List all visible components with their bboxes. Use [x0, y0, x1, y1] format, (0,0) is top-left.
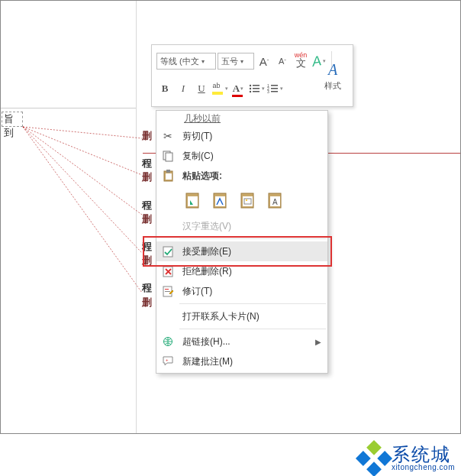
header-rule: [1, 108, 136, 108]
font-name-value: 等线 (中文: [160, 56, 199, 67]
bullets-button[interactable]: ▾: [248, 79, 265, 99]
svg-text:3: 3: [267, 89, 269, 94]
svg-rect-20: [166, 170, 170, 173]
highlight-button[interactable]: ▾: [211, 79, 228, 99]
rev-label: 程: [142, 282, 152, 293]
screenshot-frame: 旨到 删 程 删 程 删 程 删 程 删 等线 (中文: [0, 0, 461, 434]
rev-label: 程: [142, 241, 152, 252]
menu-accept-delete[interactable]: 接受删除(E): [156, 241, 327, 261]
svg-text:A: A: [272, 198, 278, 206]
paste-merge-formatting[interactable]: [208, 189, 231, 212]
watermark-logo-icon: [356, 440, 392, 476]
rev-label: 删: [142, 171, 152, 183]
menu-open-contact-card[interactable]: 打开联系人卡片(N): [156, 306, 327, 326]
watermark-url: xitongcheng.com: [392, 464, 455, 471]
font-size-combo[interactable]: 五号 ▾: [218, 53, 254, 70]
document-left-area: [1, 1, 136, 433]
rev-label: 程: [142, 157, 152, 169]
watermark: 系统城 xitongcheng.com: [361, 445, 455, 471]
menu-new-comment[interactable]: + 新建批注(M): [156, 351, 327, 371]
bullets-icon: [249, 83, 261, 94]
svg-point-9: [249, 91, 250, 92]
underline-button[interactable]: U: [193, 79, 210, 99]
font-size-value: 五号: [221, 56, 238, 67]
separator: [179, 238, 326, 239]
styles-icon: A: [328, 61, 337, 79]
svg-rect-25: [215, 196, 225, 206]
paste-keep-source[interactable]: [181, 189, 204, 212]
svg-rect-23: [188, 196, 198, 206]
svg-rect-8: [253, 88, 260, 89]
highlight-icon: [212, 83, 224, 95]
comment-icon: +: [160, 353, 176, 370]
numbering-icon: 123: [267, 83, 279, 94]
grow-font-button[interactable]: Aˆ: [256, 51, 272, 71]
menu-paste-options-header: 粘贴选项:: [156, 166, 327, 186]
paste-text-only[interactable]: A: [263, 189, 286, 212]
reject-icon: [160, 263, 176, 280]
rev-label: 删: [142, 130, 152, 141]
mini-toolbar: 等线 (中文 ▾ 五号 ▾ Aˆ Aˇ wén文 A▾ A 样式 B I U ▾…: [151, 44, 353, 107]
menu-hyperlink[interactable]: 超链接(H)... ▶: [156, 332, 327, 351]
hyperlink-icon: [160, 333, 176, 350]
svg-rect-10: [253, 91, 260, 92]
svg-point-7: [249, 88, 250, 89]
chevron-down-icon: ▾: [240, 58, 243, 65]
svg-point-29: [246, 199, 247, 201]
paste-picture[interactable]: [236, 189, 259, 212]
font-name-combo[interactable]: 等线 (中文 ▾: [156, 53, 216, 70]
numbering-button[interactable]: 123 ▾: [266, 79, 283, 99]
copy-icon: [160, 147, 176, 164]
rev-label: 删: [142, 254, 152, 266]
shrink-font-button[interactable]: Aˇ: [274, 51, 291, 71]
svg-rect-6: [253, 85, 260, 86]
svg-rect-12: [271, 85, 278, 86]
submenu-arrow-icon: ▶: [315, 338, 321, 346]
menu-cut[interactable]: ✂ 剪切(T): [156, 126, 327, 146]
paste-options-row: A: [156, 186, 327, 216]
styles-label: 样式: [324, 80, 341, 92]
clipboard-icon: [160, 167, 176, 184]
svg-rect-14: [271, 88, 278, 89]
phonetic-guide-button[interactable]: wén文: [292, 51, 309, 71]
rev-label: 删: [142, 296, 152, 308]
svg-rect-21: [166, 173, 172, 180]
svg-rect-36: [165, 289, 169, 290]
track-changes-icon: [160, 283, 176, 300]
svg-rect-16: [271, 91, 278, 92]
scissors-icon: ✂: [160, 128, 176, 144]
chevron-down-icon: ▾: [201, 58, 205, 65]
italic-button[interactable]: I: [175, 79, 192, 99]
menu-reject-delete[interactable]: 拒绝删除(R): [156, 261, 327, 281]
menu-track-changes[interactable]: 修订(T): [156, 281, 327, 301]
rev-label: 删: [142, 213, 152, 225]
font-color-icon: A: [233, 83, 240, 95]
context-menu: 几秒以前 ✂ 剪切(T) 复制(C) 粘贴选项:: [156, 110, 328, 374]
menu-copy[interactable]: 复制(C): [156, 146, 327, 166]
svg-rect-33: [163, 247, 172, 257]
separator: [179, 303, 326, 304]
selected-text-box[interactable]: 旨到: [2, 112, 23, 127]
accept-icon: [160, 243, 176, 260]
page-margin-line: [136, 1, 137, 433]
separator: [179, 329, 326, 329]
svg-text:+: +: [166, 358, 169, 362]
styles-button[interactable]: A 样式: [318, 51, 348, 102]
font-color-button[interactable]: A▾: [230, 79, 247, 99]
menu-reconvert: 汉字重选(V): [156, 216, 327, 236]
watermark-title: 系统城: [392, 445, 455, 464]
timestamp-hint: 几秒以前: [181, 110, 224, 128]
svg-point-5: [249, 85, 250, 86]
svg-rect-18: [166, 153, 172, 161]
bold-button[interactable]: B: [156, 79, 173, 99]
svg-rect-37: [165, 291, 170, 292]
rev-label: 程: [142, 199, 152, 211]
